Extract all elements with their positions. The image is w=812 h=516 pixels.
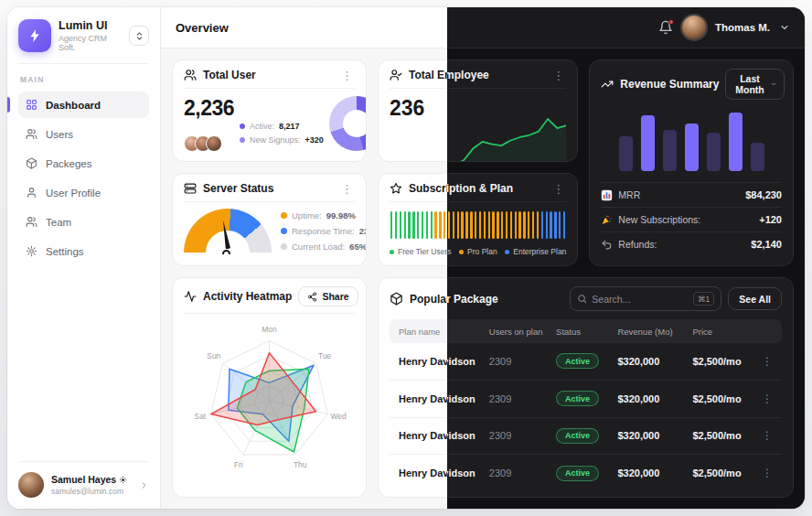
cell-users: 2309	[489, 393, 556, 404]
revenue-bar	[663, 130, 677, 171]
sidebar-item-label: Users	[46, 129, 73, 140]
sidebar-item-users[interactable]: Users	[18, 121, 149, 147]
cell-revenue: $320,000	[617, 430, 692, 441]
sidebar-user-card[interactable]: Samuel Hayes samules@lumin.com	[18, 461, 149, 498]
status-badge: Active	[556, 466, 599, 481]
sidebar-item-settings[interactable]: Settings	[18, 238, 149, 264]
table-row: Henry Davidson2309Active$320,000$2,500/m…	[390, 343, 782, 381]
revenue-bar	[707, 133, 721, 171]
chevron-down-icon[interactable]	[779, 22, 790, 33]
revenue-stat-row: MRR$84,230	[601, 182, 782, 207]
team-icon	[26, 216, 37, 228]
revenue-period-select[interactable]: Last Month	[725, 69, 784, 100]
revenue-stat-row: New Subscriptions:+120	[601, 207, 782, 231]
total-user-donut-chart	[329, 96, 367, 151]
search-input[interactable]	[592, 294, 689, 305]
sidebar-item-user-profile[interactable]: User Profile	[18, 179, 149, 206]
sidebar-item-dashboard[interactable]: Dashboard	[18, 91, 149, 118]
user-icon	[26, 187, 37, 199]
revenue-bar	[619, 136, 633, 171]
chevron-right-icon[interactable]	[139, 480, 149, 490]
user-check-icon	[390, 69, 402, 81]
server-stat: Uptime:99.98%	[281, 210, 367, 220]
workspace-subtitle: Agency CRM Soft.	[59, 34, 122, 52]
app-window: Lumin UI Agency CRM Soft. MAIN Dashboard…	[7, 7, 805, 509]
dashboard-icon	[26, 99, 37, 111]
header-user-name: Thomas M.	[715, 22, 770, 33]
revenue-bar	[641, 115, 655, 171]
svg-text:Sat: Sat	[195, 412, 207, 421]
table-row: Henry Davidson2309Active$320,000$2,500/m…	[390, 381, 782, 418]
member-badge-icon	[119, 476, 127, 484]
total-employee-value: 236	[390, 96, 429, 121]
user-stat: New Signups:+320	[240, 135, 324, 145]
refund-icon	[601, 239, 613, 251]
content-area: Overview Thomas M.	[161, 7, 805, 509]
revenue-bar-chart	[601, 103, 782, 182]
revenue-stat-row: Refunds:$2,140	[601, 231, 782, 256]
server-gauge-chart	[184, 209, 272, 254]
share-button[interactable]: Share	[298, 286, 358, 306]
sidebar-nav: DashboardUsersPackegesUser ProfileTeamSe…	[18, 91, 149, 267]
revenue-bar	[751, 143, 764, 171]
workspace-switcher-button[interactable]	[129, 26, 149, 46]
card-title: Total User	[203, 69, 256, 81]
table-row: Henry Davidson2309Active$320,000$2,500/m…	[390, 455, 782, 491]
cell-users: 2309	[489, 430, 556, 441]
employee-trend: 100%	[390, 160, 429, 163]
table-column-header: Plan name	[399, 327, 489, 337]
table-header-row: Plan nameUsers on planStatusRevenue (Mo)…	[390, 319, 782, 343]
dashboard-grid: Total User ⋮ 2,236 Active:8,217Ne	[161, 48, 805, 509]
settings-icon	[26, 245, 37, 257]
lumin-logo-icon	[18, 19, 51, 52]
share-icon	[307, 292, 317, 302]
table-column-header: Users on plan	[489, 327, 556, 337]
chevron-down-icon	[771, 80, 776, 89]
row-menu-button[interactable]: ⋮	[756, 429, 773, 442]
cell-revenue: $320,000	[617, 393, 692, 404]
svg-text:Wed: Wed	[331, 412, 347, 421]
revenue-stats: MRR$84,230New Subscriptions:+120Refunds:…	[601, 182, 782, 256]
workspace-title: Lumin UI	[59, 19, 122, 32]
svg-text:Mon: Mon	[262, 325, 277, 334]
see-all-button[interactable]: See All	[728, 287, 782, 310]
card-popular-package: Popular Package ⌘1 See All Plan nameUser…	[378, 277, 794, 498]
card-total-user: Total User ⋮ 2,236 Active:8,217Ne	[172, 59, 367, 162]
table-column-header: Status	[556, 327, 617, 337]
card-title: Total Employee	[409, 69, 489, 81]
table-body: Henry Davidson2309Active$320,000$2,500/m…	[390, 343, 782, 491]
card-menu-button[interactable]: ⋮	[550, 183, 566, 195]
header-user-avatar[interactable]	[682, 16, 706, 39]
sidebar-user-meta: Samuel Hayes samules@lumin.com	[51, 474, 132, 496]
chevrons-up-down-icon	[134, 31, 144, 41]
server-icon	[184, 182, 197, 195]
table-column-header: Revenue (Mo)	[617, 327, 692, 337]
card-menu-button[interactable]: ⋮	[339, 183, 355, 195]
svg-text:Fri: Fri	[234, 460, 243, 469]
screenshot-canvas: Lumin UI Agency CRM Soft. MAIN Dashboard…	[0, 0, 812, 516]
users-icon	[184, 69, 197, 81]
card-menu-button[interactable]: ⋮	[339, 70, 355, 81]
search-shortcut-badge: ⌘1	[693, 292, 714, 306]
row-menu-button[interactable]: ⋮	[756, 355, 773, 368]
sidebar-item-label: Dashboard	[46, 100, 101, 111]
sidebar-item-team[interactable]: Team	[18, 209, 149, 235]
users-icon	[26, 128, 37, 140]
row-menu-button[interactable]: ⋮	[756, 392, 773, 405]
sidebar-user-name: Samuel Hayes	[51, 474, 132, 485]
legend-item: Pro Plan	[459, 247, 497, 256]
activity-radar-chart: MonTueWedThuFriSatSun	[184, 314, 355, 488]
cell-price: $2,500/mo	[692, 356, 756, 367]
svg-text:Thu: Thu	[294, 460, 307, 469]
package-search: ⌘1	[570, 286, 721, 311]
table-row: Henry Davidson2309Active$320,000$2,500/m…	[390, 418, 782, 456]
card-menu-button[interactable]: ⋮	[550, 70, 566, 81]
card-title: Activity Heatmap	[203, 290, 292, 303]
star-icon	[390, 182, 402, 195]
total-user-stats: Active:8,217New Signups:+320	[240, 122, 324, 152]
cell-users: 2309	[489, 356, 556, 367]
row-menu-button[interactable]: ⋮	[756, 467, 773, 479]
workspace-meta: Lumin UI Agency CRM Soft.	[59, 19, 122, 52]
sidebar-item-packeges[interactable]: Packeges	[18, 150, 149, 177]
notifications-button[interactable]	[658, 20, 673, 35]
